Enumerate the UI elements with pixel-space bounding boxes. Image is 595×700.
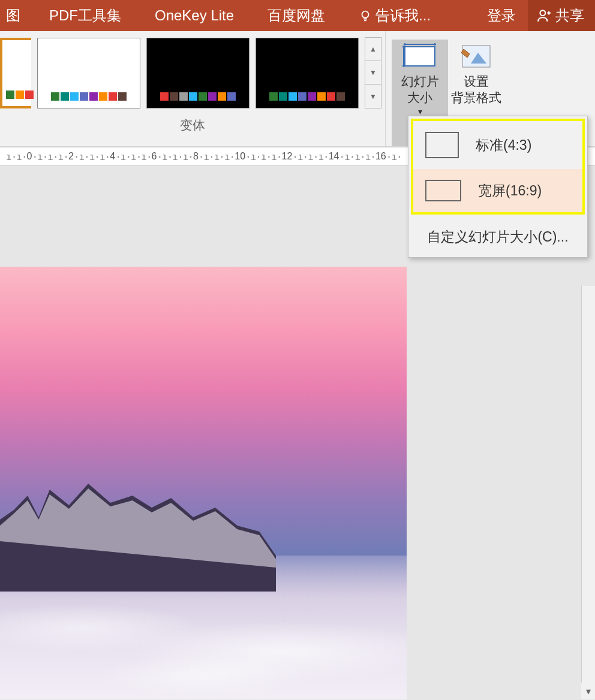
gallery-scroll-more[interactable]: ▼ <box>365 85 381 108</box>
svg-point-6 <box>402 65 405 67</box>
slide-canvas-area <box>0 166 407 699</box>
variants-label: 变体 <box>0 117 385 134</box>
color-swatches <box>6 90 34 99</box>
standard-label: 标准(4:3) <box>476 136 531 155</box>
svg-point-1 <box>540 10 546 16</box>
svg-point-5 <box>402 46 405 48</box>
widescreen-label: 宽屏(16:9) <box>478 182 542 200</box>
tab-view[interactable]: 图 <box>0 0 32 31</box>
variant-thumb-2[interactable] <box>37 38 140 108</box>
format-bg-label: 设置 背景格式 <box>451 73 501 106</box>
scroll-down-button[interactable]: ▾ <box>581 683 595 699</box>
share-button[interactable]: 共享 <box>528 0 595 31</box>
variants-section: ▲ ▼ ▼ 变体 <box>0 31 386 146</box>
variant-thumb-3[interactable] <box>146 38 250 108</box>
slide-size-dropdown: 标准(4:3) 宽屏(16:9) 自定义幻灯片大小(C)... <box>408 116 588 258</box>
ratio-169-icon <box>425 180 461 201</box>
lightbulb-icon <box>359 9 372 22</box>
color-swatches <box>160 92 236 101</box>
slide-image[interactable] <box>0 267 407 699</box>
gallery-scroll: ▲ ▼ ▼ <box>365 37 381 108</box>
tab-baidu-disk[interactable]: 百度网盘 <box>251 0 342 31</box>
color-swatches <box>269 92 345 101</box>
ratio-43-icon <box>425 132 459 158</box>
menu-custom-size[interactable]: 自定义幻灯片大小(C)... <box>408 217 587 257</box>
vertical-scrollbar[interactable] <box>581 286 595 699</box>
svg-point-3 <box>404 43 406 46</box>
svg-point-4 <box>434 43 436 46</box>
gallery-scroll-up[interactable]: ▲ <box>365 38 381 61</box>
slide-size-icon <box>402 43 437 70</box>
slide-size-label: 幻灯片 大小 <box>401 73 439 106</box>
format-bg-icon <box>459 43 494 70</box>
cloud-texture <box>0 580 407 699</box>
gallery-scroll-down[interactable]: ▼ <box>365 61 381 85</box>
menu-widescreen-ratio[interactable]: 宽屏(16:9) <box>413 169 582 212</box>
variant-thumb-1[interactable] <box>0 38 31 108</box>
share-label: 共享 <box>555 6 584 25</box>
svg-point-0 <box>362 11 369 18</box>
color-swatches <box>51 92 127 101</box>
share-person-icon <box>536 8 552 23</box>
tell-me-label: 告诉我... <box>375 6 431 25</box>
tab-pdf-tools[interactable]: PDF工具集 <box>32 0 138 31</box>
login-button[interactable]: 登录 <box>475 6 528 25</box>
svg-rect-2 <box>405 47 435 66</box>
tell-me-search[interactable]: 告诉我... <box>342 0 447 31</box>
ribbon-tabs: 图 PDF工具集 OneKey Lite 百度网盘 告诉我... 登录 共享 <box>0 0 595 31</box>
variant-thumb-4[interactable] <box>256 38 359 108</box>
tab-onekey-lite[interactable]: OneKey Lite <box>138 0 251 31</box>
highlighted-options: 标准(4:3) 宽屏(16:9) <box>411 119 585 215</box>
menu-standard-ratio[interactable]: 标准(4:3) <box>413 121 582 169</box>
variant-gallery: ▲ ▼ ▼ <box>0 31 385 108</box>
